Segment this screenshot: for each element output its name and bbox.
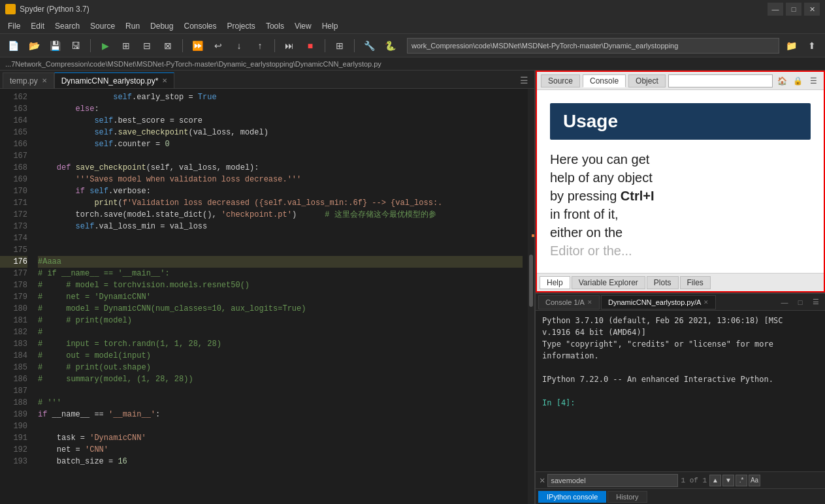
console-minimize-btn[interactable]: —: [778, 296, 791, 309]
bottom-tab-ipython[interactable]: IPython console: [538, 491, 606, 503]
step-button[interactable]: ⊠: [159, 37, 177, 55]
toolbar-separator-5: [354, 39, 355, 52]
filepath-bar: ...7Network_Compression\code\MSDNet\MSDN…: [0, 57, 825, 71]
console-search-match-info: 1 of 1: [681, 477, 707, 484]
console-tab-1-label: Console 1/A: [545, 298, 585, 306]
code-line-175: [38, 244, 523, 256]
console-search-input[interactable]: [547, 474, 678, 487]
console-search-case-btn[interactable]: Aa: [749, 475, 760, 486]
tab-dynamiccnn-close[interactable]: ✕: [162, 77, 167, 84]
settings-button[interactable]: 🔧: [360, 37, 378, 55]
run-skip-button[interactable]: ⏩: [188, 37, 206, 55]
scrollbar-mark: [532, 234, 534, 237]
minimize-button[interactable]: —: [768, 3, 783, 16]
console-output: Python 3.7.10 (default, Feb 26 2021, 13:…: [536, 311, 825, 471]
right-panel: Source Console Object 🏠 🔒 ☰ Usage Here y…: [536, 71, 825, 504]
console-search-down-btn[interactable]: ▼: [722, 475, 734, 486]
conda-button[interactable]: 🐍: [381, 37, 399, 55]
code-line-176: #Aaaa: [38, 256, 523, 268]
editor-scrollbar[interactable]: [528, 89, 534, 504]
run-button[interactable]: ▶: [96, 37, 114, 55]
console-tab-2-close[interactable]: ✕: [704, 299, 709, 306]
help-tab-object[interactable]: Object: [628, 74, 666, 87]
editor-panel: temp.py ✕ DynamicCNN_earlystop.py* ✕ ☰ 1…: [0, 71, 536, 504]
stop-button[interactable]: ■: [301, 37, 319, 55]
console-search-up-btn[interactable]: ▲: [709, 475, 721, 486]
skip-button[interactable]: ⏭: [280, 37, 299, 55]
save-as-button[interactable]: 🖫: [67, 37, 85, 55]
code-line-188: # ''': [38, 397, 523, 409]
editor-tabs: temp.py ✕ DynamicCNN_earlystop.py* ✕ ☰: [0, 71, 534, 89]
console-tab-2-label: DynamicCNN_earlystop.py/A: [608, 298, 701, 306]
menu-consoles[interactable]: Consoles: [178, 20, 221, 32]
menu-run[interactable]: Run: [120, 20, 145, 32]
code-line-168: def save_checkpoint(self, val_loss, mode…: [38, 162, 523, 174]
find-button[interactable]: ↑: [251, 37, 269, 55]
scrollbar-thumb[interactable]: [529, 255, 533, 307]
undo-button[interactable]: ↩: [209, 37, 227, 55]
code-line-189: if __name__ == '__main__':: [38, 409, 523, 420]
code-line-181: # # print(model): [38, 315, 523, 326]
console-search-bar: ✕ 1 of 1 ▲ ▼ .* Aa: [536, 471, 825, 488]
code-area[interactable]: self.early_stop = True else: self.best_s…: [33, 89, 528, 504]
help-tab-console[interactable]: Console: [583, 74, 626, 87]
menu-tools[interactable]: Tools: [261, 20, 289, 32]
editor-options-button[interactable]: ☰: [516, 72, 532, 88]
help-title-box: Usage: [550, 103, 811, 140]
maximize-button[interactable]: □: [786, 3, 801, 16]
help-bottom-tab-files[interactable]: Files: [680, 276, 711, 289]
help-lock-button[interactable]: 🔒: [791, 74, 804, 87]
panel-button[interactable]: ⊞: [331, 37, 349, 55]
main-area: temp.py ✕ DynamicCNN_earlystop.py* ✕ ☰ 1…: [0, 71, 825, 504]
console-tabs-bar: Console 1/A ✕ DynamicCNN_earlystop.py/A …: [536, 294, 825, 311]
console-tab-1[interactable]: Console 1/A ✕: [538, 295, 600, 309]
menu-help[interactable]: Help: [317, 20, 344, 32]
redo-button[interactable]: ↓: [230, 37, 248, 55]
up-dir-button[interactable]: ⬆: [803, 37, 821, 55]
close-button[interactable]: ✕: [804, 3, 820, 16]
menu-file[interactable]: File: [3, 20, 25, 32]
menu-search[interactable]: Search: [50, 20, 85, 32]
console-tab-1-close[interactable]: ✕: [587, 299, 592, 306]
help-object-input[interactable]: [668, 74, 773, 87]
code-line-163: else:: [38, 103, 523, 115]
tab-temp-py[interactable]: temp.py ✕: [3, 72, 54, 88]
console-options-btn[interactable]: ☰: [809, 296, 822, 309]
open-file-button[interactable]: 📂: [25, 37, 43, 55]
console-maximize-btn[interactable]: □: [794, 296, 807, 309]
run-cell-button[interactable]: ⊞: [117, 37, 135, 55]
code-line-187: [38, 385, 523, 397]
help-menu-button[interactable]: ☰: [807, 74, 820, 87]
code-line-178: # # model = torchvision.models.resnet50(…: [38, 279, 523, 291]
console-panel: Console 1/A ✕ DynamicCNN_earlystop.py/A …: [536, 292, 825, 504]
browse-path-button[interactable]: 📁: [782, 37, 800, 55]
help-tab-source[interactable]: Source: [541, 74, 580, 87]
help-bottom-tab-variable-explorer[interactable]: Variable Explorer: [572, 276, 645, 289]
tab-temp-py-close[interactable]: ✕: [42, 77, 47, 84]
menu-view[interactable]: View: [289, 20, 317, 32]
code-line-174: [38, 232, 523, 244]
code-line-191: task = 'DynamicCNN': [38, 432, 523, 444]
help-home-button[interactable]: 🏠: [775, 74, 788, 87]
help-bottom-tab-help[interactable]: Help: [540, 276, 570, 289]
help-bottom-tab-plots[interactable]: Plots: [647, 276, 679, 289]
new-file-button[interactable]: 📄: [4, 37, 22, 55]
bottom-tab-history[interactable]: History: [607, 491, 647, 503]
tab-dynamiccnn[interactable]: DynamicCNN_earlystop.py* ✕: [54, 72, 175, 88]
code-line-166: self.counter = 0: [38, 138, 523, 150]
code-line-169: '''Saves model when validation loss decr…: [38, 174, 523, 185]
menu-edit[interactable]: Edit: [25, 20, 50, 32]
editor-tab-actions: ☰: [516, 72, 532, 88]
debug-button[interactable]: ⊟: [138, 37, 156, 55]
console-search-close-btn[interactable]: ✕: [540, 475, 545, 486]
save-button[interactable]: 💾: [46, 37, 64, 55]
menu-bar: File Edit Search Source Run Debug Consol…: [0, 18, 825, 34]
menu-debug[interactable]: Debug: [145, 20, 178, 32]
console-tab-2[interactable]: DynamicCNN_earlystop.py/A ✕: [601, 295, 716, 309]
bottom-tab-bar: IPython console History: [536, 488, 825, 504]
menu-projects[interactable]: Projects: [222, 20, 261, 32]
menu-source[interactable]: Source: [85, 20, 120, 32]
console-search-regex-btn[interactable]: .*: [736, 475, 747, 486]
path-input[interactable]: [407, 38, 779, 54]
code-line-173: self.val_loss_min = val_loss: [38, 221, 523, 232]
